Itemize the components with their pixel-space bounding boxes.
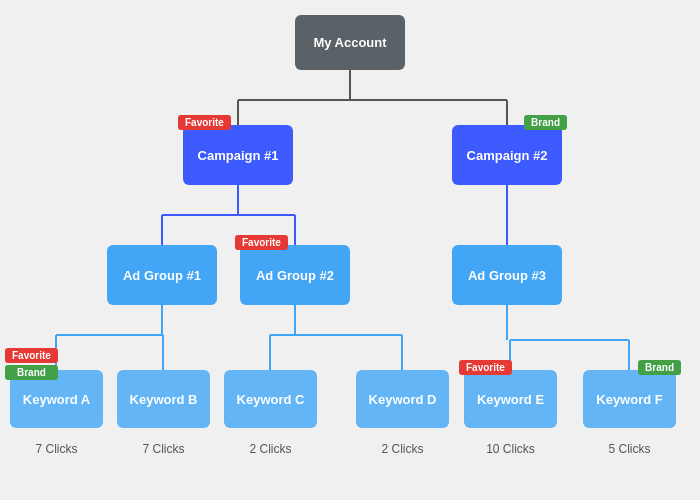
campaign2-node[interactable]: Brand Campaign #2 — [452, 125, 562, 185]
kw-c-label: Keyword C — [237, 392, 305, 407]
adgroup1-label: Ad Group #1 — [123, 268, 201, 283]
kw-f-clicks: 5 Clicks — [583, 442, 676, 456]
keyword-d-node[interactable]: Keyword D 2 Clicks — [356, 370, 449, 428]
campaign2-label: Campaign #2 — [467, 148, 548, 163]
kw-e-label: Keyword E — [477, 392, 544, 407]
account-node[interactable]: My Account — [295, 15, 405, 70]
campaign2-badge: Brand — [524, 115, 567, 130]
campaign1-node[interactable]: Favorite Campaign #1 — [183, 125, 293, 185]
adgroup3-label: Ad Group #3 — [468, 268, 546, 283]
keyword-e-node[interactable]: Favorite Keyword E 10 Clicks — [464, 370, 557, 428]
adgroup3-node[interactable]: Ad Group #3 — [452, 245, 562, 305]
kw-d-clicks: 2 Clicks — [356, 442, 449, 456]
kw-a-clicks: 7 Clicks — [10, 442, 103, 456]
adgroup2-badge: Favorite — [235, 235, 288, 250]
adgroup1-node[interactable]: Ad Group #1 — [107, 245, 217, 305]
campaign1-label: Campaign #1 — [198, 148, 279, 163]
keyword-a-node[interactable]: Favorite Brand Keyword A 7 Clicks — [10, 370, 103, 428]
keyword-c-node[interactable]: Keyword C 2 Clicks — [224, 370, 317, 428]
tree-container: My Account Favorite Campaign #1 Brand Ca… — [0, 0, 700, 500]
keyword-b-node[interactable]: Keyword B 7 Clicks — [117, 370, 210, 428]
kw-f-label: Keyword F — [596, 392, 662, 407]
kw-a-badge1: Favorite — [5, 348, 58, 363]
kw-a-badge2: Brand — [5, 365, 58, 380]
kw-e-badge: Favorite — [459, 360, 512, 375]
kw-e-clicks: 10 Clicks — [464, 442, 557, 456]
kw-b-label: Keyword B — [130, 392, 198, 407]
adgroup2-label: Ad Group #2 — [256, 268, 334, 283]
kw-b-clicks: 7 Clicks — [117, 442, 210, 456]
keyword-f-node[interactable]: Brand Keyword F 5 Clicks — [583, 370, 676, 428]
kw-a-label: Keyword A — [23, 392, 90, 407]
adgroup2-node[interactable]: Favorite Ad Group #2 — [240, 245, 350, 305]
kw-f-badge: Brand — [638, 360, 681, 375]
account-label: My Account — [313, 35, 386, 50]
kw-d-label: Keyword D — [369, 392, 437, 407]
kw-c-clicks: 2 Clicks — [224, 442, 317, 456]
campaign1-badge: Favorite — [178, 115, 231, 130]
